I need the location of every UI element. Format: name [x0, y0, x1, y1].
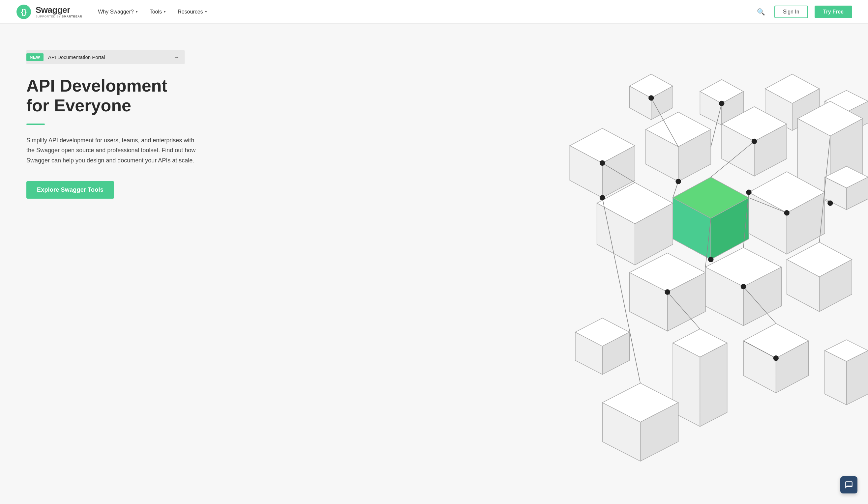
svg-point-79 — [664, 289, 670, 294]
swagger-logo-icon: {} — [16, 4, 32, 20]
navbar: {} Swagger Supported by SMARTBEAR Why Sw… — [0, 0, 868, 24]
sign-in-button[interactable]: Sign In — [774, 6, 808, 18]
chat-widget[interactable] — [840, 476, 857, 493]
svg-point-73 — [708, 257, 713, 262]
announcement-arrow-icon: → — [174, 54, 179, 60]
nav-item-resources[interactable]: Resources ▾ — [178, 9, 207, 15]
hero-description: Simplify API development for users, team… — [27, 135, 198, 166]
svg-point-67 — [751, 139, 757, 144]
nav-link-tools[interactable]: Tools ▾ — [150, 9, 166, 15]
navbar-right: 🔍 Sign In Try Free — [754, 5, 852, 19]
logo-supported-text: Supported by SMARTBEAR — [35, 15, 82, 18]
chevron-down-icon: ▾ — [136, 10, 138, 14]
chevron-down-icon: ▾ — [164, 10, 166, 14]
new-badge-label: NEW — [27, 53, 43, 61]
svg-point-63 — [649, 95, 654, 101]
svg-text:{}: {} — [21, 8, 27, 16]
try-free-button[interactable]: Try Free — [815, 6, 852, 18]
chat-icon — [845, 481, 853, 489]
new-announcement-bar[interactable]: NEW API Documentation Portal → — [27, 50, 185, 64]
svg-marker-52 — [700, 343, 727, 426]
logo-text-area: Swagger Supported by SMARTBEAR — [35, 5, 82, 18]
hero-content: NEW API Documentation Portal → API Devel… — [0, 24, 434, 225]
svg-point-85 — [773, 355, 778, 361]
hero-section: NEW API Documentation Portal → API Devel… — [0, 24, 868, 504]
nav-item-why-swagger[interactable]: Why Swagger? ▾ — [98, 9, 138, 15]
nav-links: Why Swagger? ▾ Tools ▾ Resources ▾ — [98, 9, 207, 15]
svg-point-65 — [719, 101, 724, 106]
hero-title: API Development for Everyone — [27, 76, 434, 116]
svg-point-83 — [827, 200, 833, 206]
svg-point-77 — [746, 190, 751, 195]
search-icon: 🔍 — [757, 8, 765, 15]
svg-point-69 — [675, 179, 681, 184]
svg-point-81 — [741, 284, 746, 289]
chevron-down-icon: ▾ — [205, 10, 207, 14]
search-button[interactable]: 🔍 — [754, 5, 768, 19]
nav-link-why-swagger[interactable]: Why Swagger? ▾ — [98, 9, 138, 15]
svg-point-75 — [784, 210, 789, 216]
nav-link-resources[interactable]: Resources ▾ — [178, 9, 207, 15]
logo-link[interactable]: {} Swagger Supported by SMARTBEAR — [16, 4, 82, 20]
logo-swagger-name: Swagger — [35, 5, 82, 15]
navbar-left: {} Swagger Supported by SMARTBEAR Why Sw… — [16, 4, 207, 20]
hero-illustration: .block-top { fill: #ffffff; stroke: #aaa… — [434, 24, 868, 504]
hero-divider — [27, 124, 45, 125]
nav-item-tools[interactable]: Tools ▾ — [150, 9, 166, 15]
announcement-text: API Documentation Portal — [48, 54, 169, 60]
svg-point-87 — [599, 195, 604, 200]
hero-svg: .block-top { fill: #ffffff; stroke: #aaa… — [434, 24, 868, 504]
explore-swagger-tools-button[interactable]: Explore Swagger Tools — [27, 181, 114, 199]
svg-point-71 — [599, 160, 604, 166]
